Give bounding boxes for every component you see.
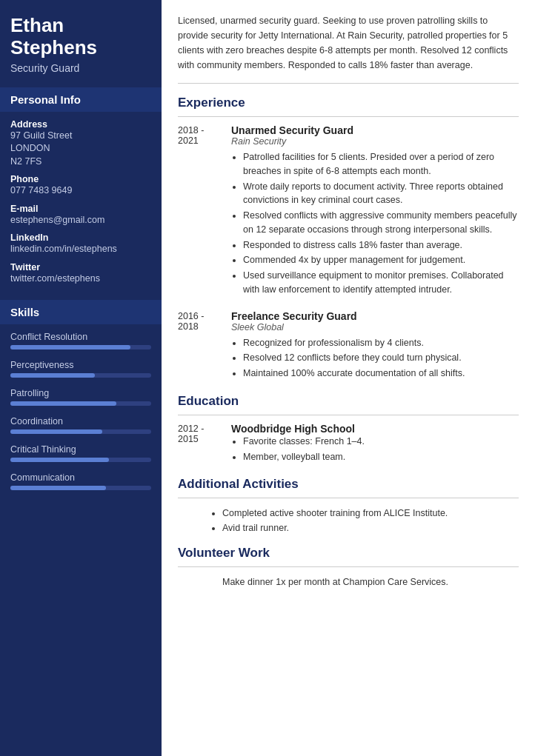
edu-school: Woodbridge High School: [231, 423, 519, 435]
address-line1: 97 Guild Street: [10, 130, 151, 143]
education-entry: 2012 - 2015 Woodbridge High School Favor…: [178, 423, 519, 466]
entry-company: Sleek Global: [231, 322, 519, 332]
edu-date-end: 2015: [178, 434, 199, 444]
sidebar-header: Ethan Stephens Security Guard: [0, 0, 162, 86]
skill-bar-fill: [10, 486, 106, 490]
activities-title: Additional Activities: [178, 477, 519, 492]
summary-text: Licensed, unarmed security guard. Seekin…: [178, 13, 519, 84]
experience-section: Experience 2018 - 2021 Unarmed Security …: [178, 96, 519, 382]
experience-list: 2018 - 2021 Unarmed Security Guard Rain …: [178, 124, 519, 382]
entry-content: Freelance Security Guard Sleek Global Re…: [231, 310, 519, 382]
edu-content: Woodbridge High School Favorite classes:…: [231, 423, 519, 466]
bullet-item: Commended 4x by upper management for jud…: [243, 253, 519, 267]
entry-job-title: Unarmed Security Guard: [231, 124, 519, 136]
entry-company: Rain Security: [231, 136, 519, 147]
entry-content: Unarmed Security Guard Rain Security Pat…: [231, 124, 519, 298]
edu-bullet: Favorite classes: French 1–4.: [243, 435, 519, 449]
experience-title: Experience: [178, 96, 519, 110]
entry-bullets: Patrolled facilities for 5 clients. Pres…: [231, 150, 519, 297]
skill-bar-fill: [10, 373, 95, 378]
skill-bar-background: [10, 401, 151, 406]
skill-bar-background: [10, 373, 151, 378]
bullet-item: Resolved 12 conflicts before they could …: [243, 351, 519, 365]
activities-list: Completed active shooter training from A…: [178, 506, 519, 535]
volunteer-title: Volunteer Work: [178, 546, 519, 561]
sidebar: Ethan Stephens Security Guard Personal I…: [0, 0, 162, 756]
linkedin-block: LinkedIn linkedin.com/in/estephens: [10, 233, 151, 256]
entry-job-title: Freelance Security Guard: [231, 310, 519, 322]
entry-dates: 2018 - 2021: [178, 124, 231, 298]
phone-block: Phone 077 7483 9649: [10, 174, 151, 198]
skills-section-header: Skills: [0, 300, 162, 324]
experience-entry: 2018 - 2021 Unarmed Security Guard Rain …: [178, 124, 519, 298]
activities-section: Additional Activities Completed active s…: [178, 477, 519, 535]
address-line3: N2 7FS: [10, 155, 151, 169]
email-label: E-mail: [10, 204, 151, 214]
edu-dates: 2012 - 2015: [178, 423, 231, 466]
volunteer-divider: [178, 566, 519, 567]
bullet-item: Maintained 100% accurate documentation o…: [243, 367, 519, 381]
linkedin-label: LinkedIn: [10, 233, 151, 243]
experience-divider: [178, 116, 519, 117]
bullet-item: Used surveillance equipment to monitor p…: [243, 269, 519, 297]
bullet-item: Recognized for professionalism by 4 clie…: [243, 336, 519, 350]
candidate-name: Ethan Stephens: [10, 15, 151, 59]
skill-name: Perceptiveness: [10, 360, 151, 370]
twitter-block: Twitter twitter.com/estephens: [10, 262, 151, 286]
date-end: 2021: [178, 136, 199, 146]
skill-name: Coordination: [10, 416, 151, 426]
skill-bar-background: [10, 429, 151, 434]
edu-bullet: Member, volleyball team.: [243, 450, 519, 464]
education-list: 2012 - 2015 Woodbridge High School Favor…: [178, 423, 519, 466]
address-line2: LONDON: [10, 142, 151, 155]
skill-name: Patrolling: [10, 388, 151, 398]
skill-bar-fill: [10, 345, 130, 349]
personal-info-section-header: Personal Info: [0, 87, 162, 112]
bullet-item: Responded to distress calls 18% faster t…: [243, 238, 519, 252]
skills-block: Conflict Resolution Perceptiveness Patro…: [0, 324, 162, 508]
activities-divider: [178, 498, 519, 498]
bullet-item: Resolved conflicts with aggressive commu…: [243, 209, 519, 237]
email-block: E-mail estephens@gmail.com: [10, 204, 151, 227]
volunteer-section: Volunteer Work Make dinner 1x per month …: [178, 546, 519, 589]
education-divider: [178, 415, 519, 415]
skill-bar-background: [10, 458, 151, 462]
twitter-label: Twitter: [10, 262, 151, 272]
skill-bar-fill: [10, 401, 116, 406]
address-block: Address 97 Guild Street LONDON N2 7FS: [10, 119, 151, 169]
main-content: Licensed, unarmed security guard. Seekin…: [162, 0, 535, 756]
education-title: Education: [178, 394, 519, 409]
skill-item: Critical Thinking: [10, 444, 151, 462]
entry-dates: 2016 - 2018: [178, 310, 231, 382]
volunteer-text: Make dinner 1x per month at Champion Car…: [178, 575, 519, 589]
candidate-title: Security Guard: [10, 62, 151, 74]
skill-bar-background: [10, 486, 151, 490]
address-label: Address: [10, 119, 151, 130]
bullet-item: Wrote daily reports to document activity…: [243, 180, 519, 208]
activity-bullet: Completed active shooter training from A…: [222, 506, 519, 521]
twitter-value: twitter.com/estephens: [10, 272, 151, 286]
skill-item: Communication: [10, 472, 151, 490]
email-value: estephens@gmail.com: [10, 214, 151, 227]
phone-value: 077 7483 9649: [10, 184, 151, 198]
phone-label: Phone: [10, 174, 151, 184]
skill-bar-fill: [10, 458, 109, 462]
skill-item: Conflict Resolution: [10, 332, 151, 349]
education-section: Education 2012 - 2015 Woodbridge High Sc…: [178, 394, 519, 466]
experience-entry: 2016 - 2018 Freelance Security Guard Sle…: [178, 310, 519, 382]
date-start: 2018 -: [178, 125, 204, 136]
linkedin-value: linkedin.com/in/estephens: [10, 243, 151, 256]
personal-info-block: Address 97 Guild Street LONDON N2 7FS Ph…: [0, 112, 162, 299]
date-end: 2018: [178, 321, 199, 332]
skill-name: Communication: [10, 472, 151, 483]
skill-bar-fill: [10, 429, 102, 434]
edu-bullets: Favorite classes: French 1–4.Member, vol…: [231, 435, 519, 464]
skill-item: Perceptiveness: [10, 360, 151, 378]
skill-name: Conflict Resolution: [10, 332, 151, 342]
skill-item: Coordination: [10, 416, 151, 434]
skill-item: Patrolling: [10, 388, 151, 406]
activity-bullet: Avid trail runner.: [222, 521, 519, 535]
date-start: 2016 -: [178, 311, 204, 321]
entry-bullets: Recognized for professionalism by 4 clie…: [231, 336, 519, 381]
skill-bar-background: [10, 345, 151, 349]
